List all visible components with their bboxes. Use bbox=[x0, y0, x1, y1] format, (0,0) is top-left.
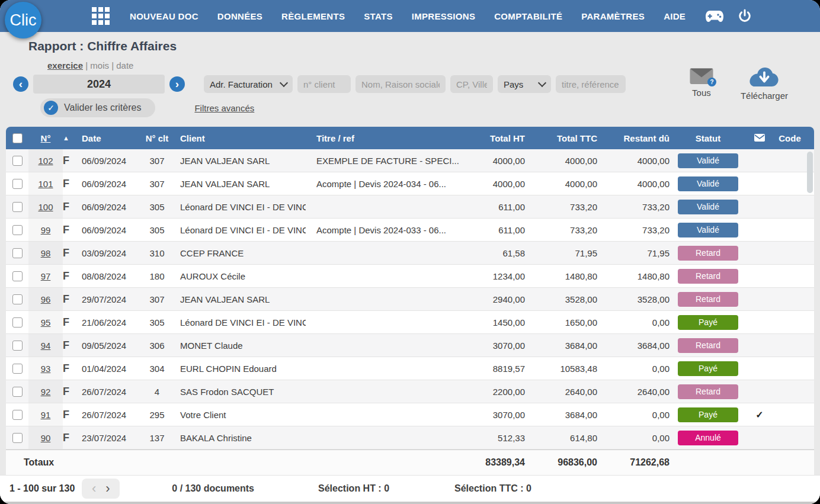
invoice-number-link[interactable]: 94 bbox=[41, 341, 51, 351]
vertical-scrollbar-thumb[interactable] bbox=[807, 152, 813, 193]
header-mail[interactable] bbox=[747, 133, 773, 143]
status-badge: Validé bbox=[678, 223, 738, 237]
client-name: MONET Claude bbox=[174, 341, 306, 351]
row-checkbox[interactable] bbox=[12, 225, 23, 235]
nav-nouveau-doc[interactable]: NOUVEAU DOC bbox=[130, 11, 198, 21]
table-row[interactable]: 94 F 09/05/2024 306 MONET Claude 3070,00… bbox=[6, 334, 814, 357]
restant-du: 2640,00 bbox=[597, 387, 670, 397]
download-button[interactable]: Télécharger bbox=[741, 68, 788, 101]
nav-donnees[interactable]: DONNÉES bbox=[217, 11, 262, 21]
tab-date[interactable]: date bbox=[116, 60, 133, 70]
row-checkbox[interactable] bbox=[12, 271, 23, 281]
nav-stats[interactable]: STATS bbox=[364, 11, 392, 21]
header-code[interactable]: Code bbox=[773, 133, 807, 143]
sort-asc-icon[interactable]: ▲ bbox=[63, 134, 69, 142]
nav-impressions[interactable]: IMPRESSIONS bbox=[412, 11, 476, 21]
table-row[interactable]: 98 F 03/09/2024 310 CCEP FRANCE 61,58 71… bbox=[6, 242, 814, 265]
row-checkbox[interactable] bbox=[12, 294, 23, 304]
table-row[interactable]: 91 F 26/07/2024 295 Votre Client 3070,00… bbox=[6, 403, 814, 426]
doc-type-cell: F bbox=[63, 224, 82, 236]
row-checkbox[interactable] bbox=[12, 156, 23, 166]
row-checkbox[interactable] bbox=[12, 202, 23, 212]
header-client[interactable]: Client bbox=[174, 133, 306, 143]
total-ht: 512,33 bbox=[459, 433, 525, 443]
table-row[interactable]: 99 F 06/09/2024 305 Léonard DE VINCI EI … bbox=[6, 219, 814, 242]
next-year-button[interactable]: › bbox=[169, 76, 185, 92]
invoice-number-link[interactable]: 93 bbox=[41, 364, 51, 374]
table-row[interactable]: 102 F 06/09/2024 307 JEAN VALJEAN SARL E… bbox=[6, 149, 814, 172]
next-page-button[interactable]: › bbox=[105, 482, 110, 495]
row-checkbox[interactable] bbox=[12, 341, 23, 351]
city-input[interactable] bbox=[450, 75, 493, 93]
invoice-number-link[interactable]: 99 bbox=[41, 225, 51, 235]
row-checkbox[interactable] bbox=[12, 317, 23, 328]
table-row[interactable]: 97 F 08/08/2024 180 AUROUX Cécile 1234,0… bbox=[6, 265, 814, 288]
table-row[interactable]: 100 F 06/09/2024 305 Léonard DE VINCI EI… bbox=[6, 195, 814, 219]
country-select[interactable]: Pays bbox=[498, 75, 551, 93]
header-total-ttc[interactable]: Total TTC bbox=[525, 133, 597, 143]
total-ttc: 10583,48 bbox=[525, 364, 597, 374]
total-ht: 3070,00 bbox=[459, 341, 525, 351]
row-checkbox[interactable] bbox=[12, 410, 23, 420]
app-logo[interactable]: Clic bbox=[5, 2, 41, 38]
company-name-input[interactable] bbox=[355, 75, 446, 93]
year-input[interactable] bbox=[33, 75, 165, 94]
invoice-number-link[interactable]: 98 bbox=[41, 248, 51, 258]
invoice-number-link[interactable]: 91 bbox=[41, 410, 51, 420]
advanced-filters-link[interactable]: Filtres avancés bbox=[194, 103, 254, 113]
invoice-number-link[interactable]: 101 bbox=[38, 179, 53, 189]
row-checkbox[interactable] bbox=[12, 364, 23, 374]
row-checkbox[interactable] bbox=[12, 387, 23, 397]
client-name: JEAN VALJEAN SARL bbox=[174, 179, 306, 189]
header-titre[interactable]: Titre / ref bbox=[306, 133, 459, 143]
select-all-checkbox[interactable] bbox=[12, 133, 23, 143]
billing-address-select[interactable]: Adr. Facturation bbox=[204, 75, 293, 93]
nav-parametres[interactable]: PARAMÈTRES bbox=[581, 11, 645, 21]
title-reference-input[interactable] bbox=[556, 75, 626, 93]
row-checkbox[interactable] bbox=[12, 248, 23, 258]
table-row[interactable]: 93 F 01/04/2024 304 EURL CHOPIN Edouard … bbox=[6, 357, 814, 380]
invoice-number-link[interactable]: 96 bbox=[41, 294, 51, 304]
row-checkbox[interactable] bbox=[12, 433, 23, 443]
invoice-number-link[interactable]: 100 bbox=[38, 202, 53, 212]
header-date[interactable]: Date bbox=[82, 133, 140, 143]
tab-exercice[interactable]: exercice bbox=[47, 60, 83, 70]
invoice-number-cell: 97 bbox=[28, 265, 63, 287]
table-row[interactable]: 90 F 23/07/2024 137 BAKALA Christine 512… bbox=[6, 426, 814, 450]
client-number: 305 bbox=[140, 225, 174, 235]
table-row[interactable]: 92 F 26/07/2024 4 SAS Frodon SACQUET 220… bbox=[6, 380, 814, 403]
client-number: 180 bbox=[140, 271, 174, 281]
previous-page-button[interactable]: ‹ bbox=[92, 482, 96, 495]
nav-comptabilite[interactable]: COMPTABILITÉ bbox=[494, 11, 562, 21]
invoice-number-link[interactable]: 90 bbox=[41, 433, 51, 443]
row-select-cell bbox=[6, 317, 28, 328]
validate-criteria-button[interactable]: ✓ Valider les critères bbox=[40, 98, 155, 117]
row-select-cell bbox=[6, 271, 28, 281]
table-row[interactable]: 96 F 29/07/2024 307 JEAN VALJEAN SARL 29… bbox=[6, 288, 814, 311]
header-statut[interactable]: Statut bbox=[670, 133, 747, 143]
row-checkbox[interactable] bbox=[12, 179, 23, 189]
invoice-number-link[interactable]: 95 bbox=[41, 317, 51, 328]
client-number-input[interactable] bbox=[297, 75, 351, 93]
invoice-number-link[interactable]: 97 bbox=[41, 271, 51, 281]
header-total-ht[interactable]: Total HT bbox=[459, 133, 525, 143]
doc-type-cell: F bbox=[63, 155, 82, 167]
invoice-number-link[interactable]: 92 bbox=[41, 387, 51, 397]
gamepad-icon[interactable] bbox=[706, 11, 723, 22]
total-ttc: 71,95 bbox=[525, 248, 597, 258]
header-restant-du[interactable]: Restant dû bbox=[597, 133, 670, 143]
tab-mois[interactable]: mois bbox=[90, 60, 109, 70]
previous-year-button[interactable]: ‹ bbox=[13, 76, 28, 92]
invoice-number-link[interactable]: 102 bbox=[38, 156, 53, 166]
table-row[interactable]: 95 F 21/06/2024 305 Léonard DE VINCI EI … bbox=[6, 311, 814, 334]
table-row[interactable]: 101 F 06/09/2024 307 JEAN VALJEAN SARL A… bbox=[6, 172, 814, 195]
total-ttc: 1650,00 bbox=[525, 317, 597, 328]
invoice-number-cell: 94 bbox=[28, 334, 63, 357]
nav-reglements[interactable]: RÈGLEMENTS bbox=[281, 11, 345, 21]
nav-aide[interactable]: AIDE bbox=[664, 11, 686, 21]
mail-all-button[interactable]: ? Tous bbox=[690, 68, 713, 101]
apps-grid-icon[interactable] bbox=[92, 7, 110, 25]
sort-num-link[interactable]: N° bbox=[41, 133, 51, 143]
power-icon[interactable] bbox=[738, 9, 752, 23]
header-clt[interactable]: N° clt bbox=[140, 133, 174, 143]
